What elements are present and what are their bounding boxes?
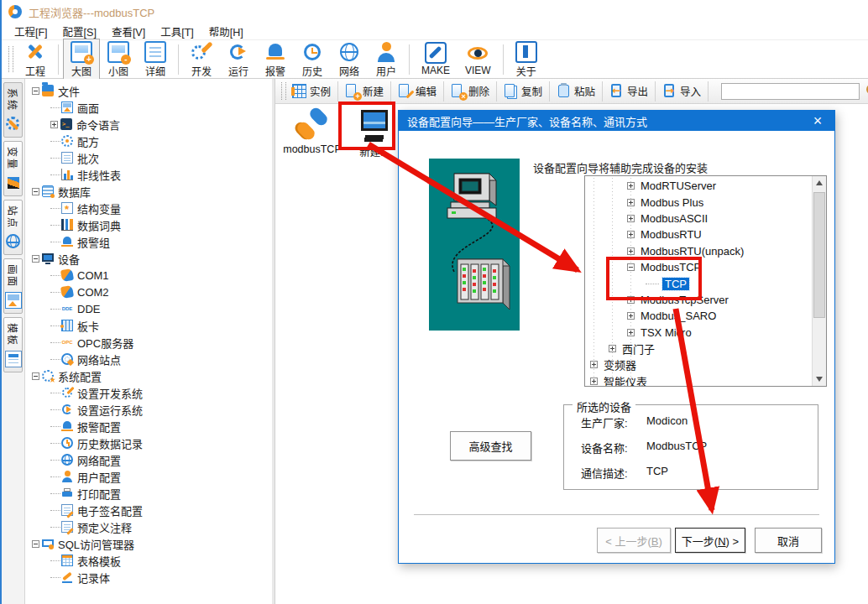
dialog-titlebar[interactable]: 设备配置向导——生产厂家、设备名称、通讯方式 — [399, 111, 834, 131]
view-button[interactable]: VIEW — [458, 39, 499, 79]
find-button[interactable]: 查找 — [863, 81, 868, 102]
tree-item-alarm-config[interactable]: 报警配置 — [25, 418, 272, 435]
device-tree-item-modbusrtu-unpack[interactable]: ModbusRTU(unpack) — [585, 243, 812, 259]
tree-item-network-config[interactable]: 网络配置 — [25, 451, 272, 468]
tree-item-table-template[interactable]: 表格模板 — [25, 552, 272, 569]
new-button[interactable]: 新建 — [342, 81, 386, 101]
tree-item-com1[interactable]: COM1 — [25, 267, 272, 284]
device-expander-modbusrtu[interactable] — [627, 231, 635, 238]
tree-item-database[interactable]: 数据库 — [25, 183, 272, 200]
copy-button[interactable]: 复制 — [501, 81, 545, 101]
device-tree-item-modbusrtu[interactable]: ModbusRTU — [585, 226, 812, 242]
device-expander-inverter[interactable] — [590, 361, 598, 368]
workspace-icon-modbustcp-device[interactable]: modbusTCP — [282, 108, 342, 155]
menu-item-config[interactable]: 配置[S] — [55, 23, 104, 39]
device-expander-modbustcpserver[interactable] — [627, 296, 635, 304]
menu-item-tools[interactable]: 工具[T] — [153, 23, 201, 39]
device-expander-modbusrtu-unpack[interactable] — [627, 247, 635, 255]
device-tree-item-modbustcpserver[interactable]: ModbusTcpServer — [585, 292, 812, 308]
tree-expander-command-language[interactable] — [50, 121, 58, 128]
tree-item-board[interactable]: 板卡 — [25, 317, 272, 334]
tree-expander-sql-manager[interactable] — [32, 540, 39, 548]
tree-expander-database[interactable] — [32, 188, 39, 195]
tree-item-com2[interactable]: COM2 — [25, 284, 272, 300]
paste-button[interactable]: 粘贴 — [554, 81, 598, 101]
tree-item-nonlinear-table[interactable]: 非线性表 — [25, 166, 272, 183]
side-tab-variable[interactable]: 变量 — [3, 141, 23, 196]
device-tree-item-tcp[interactable]: TCP — [585, 275, 812, 291]
tree-item-history-record[interactable]: 历史数据记录 — [25, 435, 272, 451]
next-button[interactable]: 下一步(N) > — [675, 528, 745, 553]
tree-item-struct-variable[interactable]: 结构变量 — [25, 200, 272, 216]
device-tree-item-modbustcp[interactable]: ModbusTCP — [585, 259, 812, 275]
back-button[interactable]: < 上一步(B) — [597, 528, 671, 553]
tree-item-dde[interactable]: DDE — [25, 300, 272, 317]
tree-item-recipe[interactable]: 配方 — [25, 133, 272, 149]
search-input[interactable] — [721, 83, 860, 100]
advanced-search-button[interactable]: 高级查找 — [450, 431, 531, 461]
run-button[interactable]: 运行 — [220, 39, 257, 81]
tree-item-data-dictionary[interactable]: 数据词典 — [25, 216, 272, 233]
import-button[interactable]: 导入 — [660, 81, 703, 101]
tree-item-run-system[interactable]: 设置运行系统 — [25, 401, 272, 418]
device-expander-smart-meter[interactable] — [590, 378, 598, 385]
device-tree-item-siemens[interactable]: 西门子 — [585, 341, 812, 357]
device-expander-siemens[interactable] — [609, 345, 616, 352]
user-button[interactable]: 用户 — [368, 39, 405, 81]
tree-item-predefined-comment[interactable]: 预定义注释 — [25, 518, 272, 535]
tree-item-command-language[interactable]: 命令语言 — [25, 116, 272, 133]
device-list-scrollbar[interactable] — [812, 176, 826, 386]
tree-item-device[interactable]: 设备 — [25, 250, 272, 267]
details-button[interactable]: 详细 — [137, 39, 174, 81]
device-expander-tsx-micro[interactable] — [627, 329, 635, 336]
workspace-icon-new-device[interactable]: 新建... — [353, 108, 396, 159]
tree-item-sql-manager[interactable]: SQL访问管理器 — [25, 535, 272, 552]
side-tab-screen[interactable]: 画面 — [3, 258, 23, 314]
menu-item-view[interactable]: 查看[V] — [104, 23, 153, 39]
device-expander-modbustcp[interactable] — [627, 263, 635, 271]
tree-item-esignature-config[interactable]: 电子签名配置 — [25, 502, 272, 518]
device-tree-item-inverter[interactable]: 变频器 — [585, 357, 812, 372]
tree-item-system-config[interactable]: 系统配置 — [25, 367, 272, 384]
large-icons-button[interactable]: 大图 — [63, 39, 100, 81]
tree-item-file[interactable]: 文件 — [25, 82, 272, 99]
menu-item-project[interactable]: 工程[F] — [7, 23, 55, 39]
tree-expander-file[interactable] — [32, 87, 39, 95]
device-expander-modbusascii[interactable] — [627, 215, 635, 222]
scroll-down-button[interactable] — [813, 372, 826, 386]
tree-item-alarm-group[interactable]: 报警组 — [25, 233, 272, 250]
tree-item-record-body[interactable]: 记录体 — [25, 569, 272, 586]
device-tree-item-modbusascii[interactable]: ModbusASCII — [585, 211, 812, 226]
export-button[interactable]: 导出 — [607, 81, 651, 101]
tree-item-print-config[interactable]: 打印配置 — [25, 485, 272, 502]
tree-item-user-config[interactable]: 用户配置 — [25, 468, 272, 485]
tree-expander-device[interactable] — [32, 255, 39, 263]
toolbar-grip[interactable] — [281, 82, 286, 99]
network-button[interactable]: 网络 — [331, 39, 368, 81]
toolbar-grip[interactable] — [8, 46, 13, 73]
device-expander-modbus-plus[interactable] — [627, 199, 635, 206]
small-icons-button[interactable]: 小图 — [100, 39, 137, 81]
device-tree-item-smart-meter[interactable]: 智能仪表 — [585, 373, 812, 386]
scrollbar-thumb[interactable] — [813, 192, 825, 318]
device-tree-item-modrtuserver[interactable]: ModRTUServer — [585, 178, 812, 194]
tree-item-batch[interactable]: 批次 — [25, 149, 272, 166]
instance-button[interactable]: 实例 — [290, 81, 333, 101]
side-tab-station[interactable]: 站点 — [3, 200, 23, 255]
scroll-up-button[interactable] — [813, 176, 826, 190]
cancel-button[interactable]: 取消 — [755, 528, 822, 553]
delete-button[interactable]: 删除 — [448, 81, 492, 101]
menu-item-help[interactable]: 帮助[H] — [201, 23, 251, 39]
device-tree-item-tsx-micro[interactable]: TSX Micro — [585, 325, 812, 341]
project-button[interactable]: 工程 — [17, 39, 54, 81]
tree-item-opc-server[interactable]: OPC服务器 — [25, 334, 272, 351]
side-tab-template[interactable]: 模板 — [3, 317, 23, 372]
device-tree-item-modbus-plus[interactable]: Modbus Plus — [585, 194, 812, 210]
device-expander-modbus-saro[interactable] — [627, 312, 635, 320]
side-tab-system[interactable]: 系统 — [3, 82, 23, 138]
develop-button[interactable]: 开发 — [183, 39, 220, 81]
edit-button[interactable]: 编辑 — [395, 81, 439, 101]
dialog-close-button[interactable] — [809, 112, 826, 131]
tree-item-network-station[interactable]: 网络站点 — [25, 351, 272, 367]
device-expander-modrtuserver[interactable] — [627, 182, 635, 190]
